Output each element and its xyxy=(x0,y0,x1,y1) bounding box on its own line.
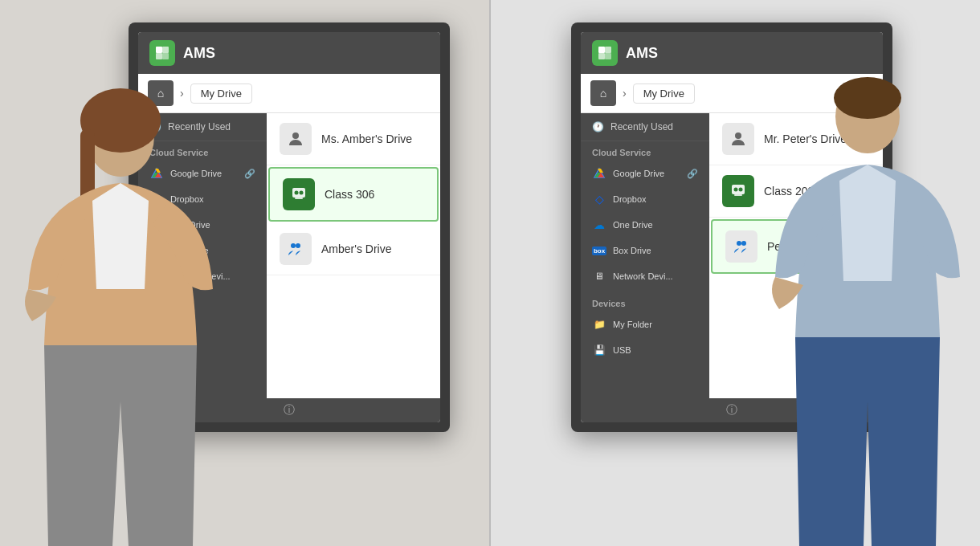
right-person xyxy=(491,0,980,546)
svg-point-34 xyxy=(834,77,901,119)
right-panel: AMS ⌂ › My Drive 🕐 Recently Used Cloud S… xyxy=(491,0,980,546)
left-panel: AMS ⌂ › My Drive 🕐 Recently Used Cloud S… xyxy=(0,0,489,546)
left-person xyxy=(0,0,489,546)
